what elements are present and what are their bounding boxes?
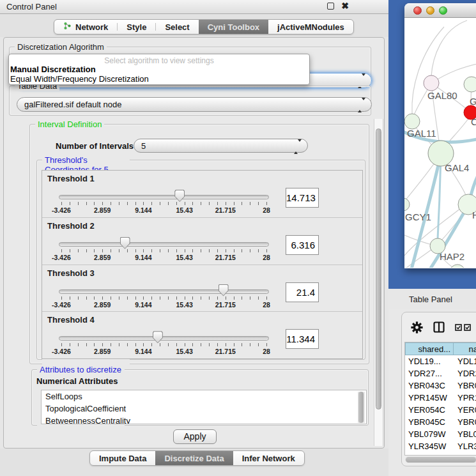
horizontal-scrollbar[interactable] [405,457,476,463]
algorithm-hint: Select algorithm to view settings [9,56,309,65]
tab-discretize-data[interactable]: Discretize Data [155,451,233,465]
slider-tick [209,249,210,252]
attribute-item[interactable]: SelfLoops [42,390,366,403]
vertical-scrollbar[interactable] [374,119,383,446]
node-label: GAL80 [427,90,457,101]
minimize-traffic-light[interactable] [426,6,434,15]
slider-tick [94,202,95,205]
table-header-row: shared... na [405,342,476,355]
slider-tick [119,296,119,300]
tab-style[interactable]: Style [118,20,155,34]
network-node[interactable] [424,75,439,91]
table-row[interactable]: YBL079WYBL0 [405,428,476,440]
cell-shared-name: YER054C [405,404,454,416]
tab-impute-data[interactable]: Impute Data [90,451,155,465]
network-node[interactable] [404,114,420,129]
algorithm-option[interactable]: Manual Discretization [9,65,309,75]
slider-tick [135,202,136,205]
slider-tick [143,296,144,300]
slider-tick [70,343,70,346]
column-header-shared-name[interactable]: shared... [405,342,454,355]
table-row[interactable]: YIL052CYIL0 [405,452,476,455]
interval-definition-group: Interval Definition Number of Intervals … [29,124,369,364]
slider-tick [61,296,62,300]
table-row[interactable]: YDL19...YDL1 [405,355,476,367]
slider-tick-label: 9.144 [135,348,151,355]
slider-handle[interactable] [153,331,163,343]
gear-icon[interactable] [411,321,423,334]
table-row[interactable]: YBR045CYBR0 [405,416,476,428]
slider-tick-label: 28 [263,348,270,355]
slider-tick [151,343,152,346]
tab-select[interactable]: Select [156,20,198,34]
column-header-name[interactable]: na [454,342,476,355]
slider-handle[interactable] [120,237,130,249]
settings-scroll-area: Interval Definition Number of Intervals … [9,118,374,429]
network-window: GAL80GAGAL11CGAL4GCY1HHAP2 [404,3,476,268]
slider-tick [242,202,242,205]
slider-tick [176,343,177,346]
node-label: GAL4 [445,162,469,173]
slider-tick [185,296,185,300]
node-label: GA [470,96,476,107]
slider-tick [168,296,169,300]
columns-icon[interactable] [433,321,445,333]
slider-handle[interactable] [174,190,185,202]
threshold-value-field[interactable]: 11.344 [286,329,319,349]
tab-cyni-toolbox[interactable]: Cyni Toolbox [199,20,268,34]
table-row[interactable]: YPR145WYPR1 [405,392,476,404]
slider-tick-label: -3.426 [52,348,71,355]
network-canvas[interactable]: GAL80GAGAL11CGAL4GCY1HHAP2 [404,18,476,268]
slider-tick [201,296,201,300]
table-row[interactable]: YLR345WYLR3 [405,440,476,452]
table-data-combobox[interactable]: galFiltered.sif default node [17,97,372,112]
network-node[interactable] [464,77,476,92]
slider-track[interactable] [59,242,269,247]
slider-tick [168,249,169,252]
tab-infer-network[interactable]: Infer Network [233,451,304,465]
table-row[interactable]: YBR043CYBR0 [405,380,476,392]
list-scrollbar[interactable] [358,392,365,423]
float-window-icon[interactable] [327,3,334,10]
slider-track[interactable] [59,289,269,294]
close-icon[interactable]: ✖ [341,3,349,10]
slider-tick [185,343,185,346]
slider-tick [168,202,169,205]
slider-tick [226,249,226,252]
slider-tick [94,296,95,300]
number-of-intervals-combobox[interactable]: 5 [134,139,308,153]
tab-network[interactable]: Network [54,20,117,34]
tab-label: Select [165,22,189,32]
network-node[interactable] [450,265,465,268]
slider-tick [226,202,226,205]
slider-tick-label: 28 [263,206,270,214]
slider-tick [94,249,95,252]
threshold-value-field[interactable]: 21.4 [286,282,319,302]
slider-tick [201,202,201,205]
threshold-value-field[interactable]: 14.713 [286,188,319,208]
threshold-value-field[interactable]: 6.316 [286,235,319,255]
algorithm-option[interactable]: Equal Width/Frequency Discretization [9,75,309,84]
slider-tick-label: 9.144 [135,254,151,261]
number-of-intervals-label: Number of Intervals [56,141,134,151]
network-node[interactable] [404,198,410,211]
slider-tick [127,343,128,346]
slider-handle[interactable] [219,284,229,296]
node-label: GCY1 [405,211,431,222]
zoom-traffic-light[interactable] [439,6,447,15]
tab-jactivemnodules[interactable]: jActiveMNodules [268,20,353,34]
apply-button[interactable]: Apply [173,429,217,444]
slider-tick [250,249,250,252]
select-columns-icons[interactable] [455,324,471,331]
threshold-label: Threshold 2 [47,221,95,231]
close-traffic-light[interactable] [413,6,422,15]
table-row[interactable]: YER054CYER0 [405,404,476,416]
tab-label: Cyni Toolbox [208,22,259,32]
table-row[interactable]: YDR27...YDR2 [405,367,476,380]
attribute-item[interactable]: TopologicalCoefficient [42,403,366,415]
attribute-item[interactable]: BetweennessCentrality [42,415,366,424]
slider-track[interactable] [59,336,269,341]
slider-track[interactable] [59,195,269,199]
numerical-attributes-list[interactable]: SelfLoopsTopologicalCoefficientBetweenne… [41,390,367,424]
slider-tick [192,202,193,205]
